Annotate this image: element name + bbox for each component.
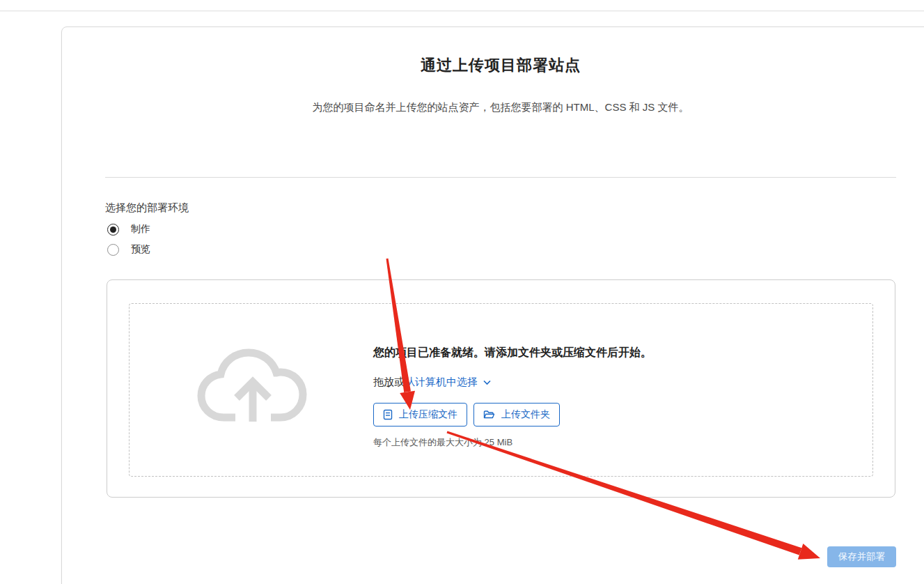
upload-panel: 您的项目已准备就绪。请添加文件夹或压缩文件后开始。 拖放或从计算机中选择 xyxy=(107,279,895,498)
zip-file-icon xyxy=(383,409,393,420)
cloud-upload-icon xyxy=(192,344,312,426)
select-from-computer-link[interactable]: 从计算机中选择 xyxy=(405,376,478,389)
radio-option-production[interactable]: 制作 xyxy=(107,223,150,236)
ready-text: 您的项目已准备就绪。请添加文件夹或压缩文件后开始。 xyxy=(373,346,861,360)
drag-or-select-row: 拖放或从计算机中选择 xyxy=(373,376,492,389)
radio-selected-icon[interactable] xyxy=(107,224,119,236)
chevron-down-icon[interactable] xyxy=(483,378,492,387)
radio-unselected-icon[interactable] xyxy=(107,244,119,256)
radio-label: 制作 xyxy=(131,223,150,236)
radio-option-preview[interactable]: 预览 xyxy=(107,243,150,256)
save-and-deploy-button[interactable]: 保存并部署 xyxy=(827,546,896,567)
page-title: 通过上传项目部署站点 xyxy=(105,55,896,76)
deploy-card: 通过上传项目部署站点 为您的项目命名并上传您的站点资产，包括您要部署的 HTML… xyxy=(61,26,924,584)
folder-icon xyxy=(483,410,495,420)
upload-zip-button[interactable]: 上传压缩文件 xyxy=(373,403,467,427)
upload-folder-button[interactable]: 上传文件夹 xyxy=(473,403,560,427)
max-size-note: 每个上传文件的最大大小为 25 MiB xyxy=(373,436,512,449)
section-divider xyxy=(105,177,896,178)
radio-label: 预览 xyxy=(131,243,150,256)
environment-label: 选择您的部署环境 xyxy=(105,201,189,215)
page-description: 为您的项目命名并上传您的站点资产，包括您要部署的 HTML、CSS 和 JS 文… xyxy=(105,98,896,116)
drop-prefix: 拖放或 xyxy=(373,376,405,389)
upload-buttons-row: 上传压缩文件 上传文件夹 xyxy=(373,403,560,427)
top-divider xyxy=(0,10,924,11)
dropzone[interactable]: 您的项目已准备就绪。请添加文件夹或压缩文件后开始。 拖放或从计算机中选择 xyxy=(129,303,873,477)
